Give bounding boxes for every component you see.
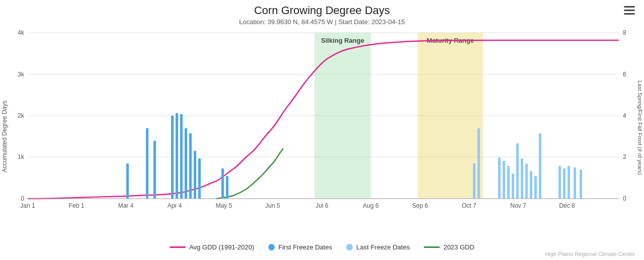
legend-avg-gdd: Avg GDD (1991-2020) (170, 243, 254, 251)
svg-rect-31 (507, 166, 510, 199)
svg-rect-42 (574, 167, 576, 199)
svg-text:2k: 2k (18, 112, 25, 119)
svg-text:8: 8 (623, 29, 626, 36)
legend-gdd-2023: 2023 GDD (424, 243, 474, 251)
first-freeze-legend-label: First Freeze Dates (278, 243, 332, 251)
svg-rect-36 (530, 171, 532, 199)
silking-range (314, 33, 371, 199)
svg-rect-40 (563, 168, 566, 199)
chart-legend: Avg GDD (1991-2020) First Freeze Dates L… (170, 243, 474, 251)
svg-text:1k: 1k (18, 153, 25, 160)
svg-rect-41 (568, 166, 570, 199)
svg-text:Sep 6: Sep 6 (412, 202, 428, 209)
svg-rect-20 (176, 113, 178, 199)
svg-rect-39 (558, 166, 561, 199)
svg-rect-19 (171, 116, 174, 199)
svg-rect-21 (180, 114, 183, 199)
svg-rect-27 (226, 176, 228, 199)
svg-text:2: 2 (623, 153, 626, 160)
svg-rect-38 (539, 133, 541, 199)
avg-gdd-legend-label: Avg GDD (1991-2020) (189, 243, 254, 251)
svg-rect-29 (498, 157, 501, 199)
svg-text:Jul 6: Jul 6 (315, 202, 329, 209)
svg-text:Dec 8: Dec 8 (559, 202, 575, 209)
svg-text:0: 0 (623, 195, 626, 202)
gdd-2023-legend-line (424, 246, 440, 248)
svg-text:Jun 5: Jun 5 (265, 202, 280, 209)
svg-text:Silking Range: Silking Range (321, 37, 364, 44)
svg-text:4k: 4k (18, 29, 25, 36)
svg-rect-33 (516, 143, 519, 199)
chart-title: Corn Growing Degree Days (0, 0, 644, 17)
svg-rect-43 (580, 169, 582, 199)
legend-last-freeze: Last Freeze Dates (346, 243, 410, 251)
svg-text:Mar 4: Mar 4 (118, 202, 134, 209)
chart-subtitle: Location: 39.9630 N, 84.4575 W | Start D… (0, 18, 644, 26)
avg-gdd-legend-line (170, 246, 186, 248)
svg-rect-26 (221, 168, 224, 199)
svg-text:0: 0 (21, 195, 24, 202)
svg-text:Feb 1: Feb 1 (69, 202, 85, 209)
svg-text:3k: 3k (18, 71, 25, 78)
menu-icon[interactable] (624, 6, 635, 15)
first-freeze-legend-dot (268, 244, 275, 250)
legend-first-freeze: First Freeze Dates (268, 243, 332, 251)
svg-rect-22 (185, 128, 187, 199)
svg-rect-30 (503, 161, 505, 199)
svg-text:6: 6 (623, 71, 626, 78)
svg-rect-18 (153, 141, 156, 199)
svg-text:Jan 1: Jan 1 (20, 202, 35, 209)
gdd-2023-legend-label: 2023 GDD (443, 243, 474, 251)
chart-container: Corn Growing Degree Days Location: 39.96… (0, 0, 644, 260)
svg-rect-24 (194, 151, 196, 199)
svg-text:Aug 6: Aug 6 (363, 202, 379, 209)
svg-rect-34 (521, 158, 523, 199)
last-freeze-legend-label: Last Freeze Dates (356, 243, 410, 251)
svg-text:4: 4 (623, 112, 626, 119)
last-freeze-bar (473, 163, 475, 199)
svg-rect-28 (477, 128, 480, 199)
chart-svg: 0 1k 2k 3k 4k 0 2 4 6 8 Silking Range Ma… (0, 28, 644, 224)
svg-text:May 5: May 5 (216, 202, 232, 209)
svg-rect-17 (146, 128, 148, 199)
svg-rect-37 (534, 176, 537, 199)
watermark: High Plains Regional Climate Center (545, 251, 635, 257)
last-freeze-legend-dot (346, 244, 353, 250)
first-freeze-bar (126, 163, 129, 199)
svg-rect-32 (512, 174, 514, 199)
svg-rect-23 (189, 133, 192, 199)
svg-rect-35 (525, 163, 528, 199)
svg-text:Apr 4: Apr 4 (168, 202, 182, 209)
svg-rect-25 (198, 158, 201, 199)
svg-text:Nov 7: Nov 7 (510, 202, 526, 209)
svg-text:Oct 7: Oct 7 (462, 202, 476, 209)
